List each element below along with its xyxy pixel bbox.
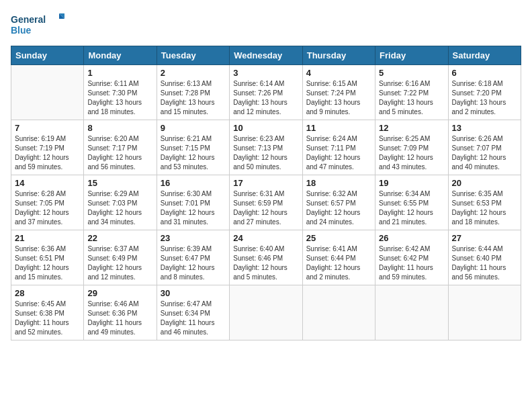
calendar-cell [448, 285, 521, 340]
day-info: Sunrise: 6:45 AMSunset: 6:38 PMDaylight:… [15, 300, 80, 337]
day-info: Sunrise: 6:13 AMSunset: 7:28 PMDaylight:… [161, 79, 226, 117]
calendar-cell: 7Sunrise: 6:19 AMSunset: 7:19 PMDaylight… [11, 120, 84, 175]
day-info: Sunrise: 6:37 AMSunset: 6:49 PMDaylight:… [87, 244, 152, 282]
calendar-cell: 18Sunrise: 6:32 AMSunset: 6:57 PMDayligh… [302, 175, 375, 230]
calendar-cell: 19Sunrise: 6:34 AMSunset: 6:55 PMDayligh… [375, 175, 448, 230]
calendar-week-row: 7Sunrise: 6:19 AMSunset: 7:19 PMDaylight… [11, 120, 521, 175]
column-header-friday: Friday [375, 46, 448, 65]
calendar-cell: 2Sunrise: 6:13 AMSunset: 7:28 PMDaylight… [157, 65, 229, 120]
calendar-cell: 1Sunrise: 6:11 AMSunset: 7:30 PMDaylight… [84, 65, 157, 120]
day-info: Sunrise: 6:44 AMSunset: 6:40 PMDaylight:… [452, 244, 517, 282]
day-info: Sunrise: 6:16 AMSunset: 7:22 PMDaylight:… [379, 79, 444, 117]
day-info: Sunrise: 6:29 AMSunset: 7:03 PMDaylight:… [87, 189, 152, 227]
day-info: Sunrise: 6:19 AMSunset: 7:19 PMDaylight:… [15, 134, 80, 172]
calendar-cell: 12Sunrise: 6:25 AMSunset: 7:09 PMDayligh… [375, 120, 448, 175]
day-info: Sunrise: 6:20 AMSunset: 7:17 PMDaylight:… [87, 134, 152, 172]
day-number: 3 [233, 68, 298, 78]
day-info: Sunrise: 6:34 AMSunset: 6:55 PMDaylight:… [379, 189, 444, 227]
calendar-cell: 14Sunrise: 6:28 AMSunset: 7:05 PMDayligh… [11, 175, 84, 230]
day-number: 15 [87, 178, 152, 188]
column-header-thursday: Thursday [302, 46, 375, 65]
day-number: 26 [379, 233, 444, 243]
svg-text:General: General [11, 14, 46, 25]
calendar-cell: 21Sunrise: 6:36 AMSunset: 6:51 PMDayligh… [11, 230, 84, 285]
calendar-cell: 15Sunrise: 6:29 AMSunset: 7:03 PMDayligh… [84, 175, 157, 230]
day-number: 29 [87, 288, 152, 298]
calendar-cell: 25Sunrise: 6:41 AMSunset: 6:44 PMDayligh… [302, 230, 375, 285]
calendar-cell [375, 285, 448, 340]
column-header-tuesday: Tuesday [157, 46, 229, 65]
day-number: 20 [452, 178, 517, 188]
day-info: Sunrise: 6:30 AMSunset: 7:01 PMDaylight:… [161, 189, 226, 227]
day-number: 5 [379, 68, 444, 78]
calendar-week-row: 21Sunrise: 6:36 AMSunset: 6:51 PMDayligh… [11, 230, 521, 285]
calendar-header-row: SundayMondayTuesdayWednesdayThursdayFrid… [11, 46, 521, 65]
day-number: 9 [161, 123, 226, 133]
calendar-week-row: 1Sunrise: 6:11 AMSunset: 7:30 PMDaylight… [11, 65, 521, 120]
day-number: 6 [452, 68, 517, 78]
logo-svg: General Blue [11, 11, 64, 38]
calendar-cell: 26Sunrise: 6:42 AMSunset: 6:42 PMDayligh… [375, 230, 448, 285]
calendar-cell: 27Sunrise: 6:44 AMSunset: 6:40 PMDayligh… [448, 230, 521, 285]
calendar-cell: 11Sunrise: 6:24 AMSunset: 7:11 PMDayligh… [302, 120, 375, 175]
calendar-cell: 24Sunrise: 6:40 AMSunset: 6:46 PMDayligh… [230, 230, 302, 285]
day-number: 2 [161, 68, 226, 78]
day-number: 16 [161, 178, 226, 188]
calendar-cell: 5Sunrise: 6:16 AMSunset: 7:22 PMDaylight… [375, 65, 448, 120]
day-number: 4 [306, 68, 371, 78]
calendar-cell: 6Sunrise: 6:18 AMSunset: 7:20 PMDaylight… [448, 65, 521, 120]
logo: General Blue [11, 11, 64, 38]
calendar-cell: 30Sunrise: 6:47 AMSunset: 6:34 PMDayligh… [157, 285, 229, 340]
calendar-cell: 10Sunrise: 6:23 AMSunset: 7:13 PMDayligh… [230, 120, 302, 175]
day-number: 18 [306, 178, 371, 188]
day-info: Sunrise: 6:36 AMSunset: 6:51 PMDaylight:… [15, 244, 80, 282]
day-info: Sunrise: 6:21 AMSunset: 7:15 PMDaylight:… [161, 134, 226, 172]
day-number: 17 [233, 178, 298, 188]
day-info: Sunrise: 6:14 AMSunset: 7:26 PMDaylight:… [233, 79, 298, 117]
day-info: Sunrise: 6:24 AMSunset: 7:11 PMDaylight:… [306, 134, 371, 172]
calendar-cell: 22Sunrise: 6:37 AMSunset: 6:49 PMDayligh… [84, 230, 157, 285]
calendar-cell: 4Sunrise: 6:15 AMSunset: 7:24 PMDaylight… [302, 65, 375, 120]
calendar-cell [230, 285, 302, 340]
day-info: Sunrise: 6:25 AMSunset: 7:09 PMDaylight:… [379, 134, 444, 172]
day-info: Sunrise: 6:42 AMSunset: 6:42 PMDaylight:… [379, 244, 444, 282]
day-info: Sunrise: 6:31 AMSunset: 6:59 PMDaylight:… [233, 189, 298, 227]
calendar-week-row: 28Sunrise: 6:45 AMSunset: 6:38 PMDayligh… [11, 285, 521, 340]
day-number: 1 [87, 68, 152, 78]
day-number: 30 [161, 288, 226, 298]
calendar-cell: 29Sunrise: 6:46 AMSunset: 6:36 PMDayligh… [84, 285, 157, 340]
calendar-cell [302, 285, 375, 340]
day-number: 8 [87, 123, 152, 133]
day-info: Sunrise: 6:18 AMSunset: 7:20 PMDaylight:… [452, 79, 517, 117]
day-number: 10 [233, 123, 298, 133]
column-header-wednesday: Wednesday [230, 46, 302, 65]
column-header-monday: Monday [84, 46, 157, 65]
day-info: Sunrise: 6:26 AMSunset: 7:07 PMDaylight:… [452, 134, 517, 172]
day-info: Sunrise: 6:32 AMSunset: 6:57 PMDaylight:… [306, 189, 371, 227]
column-header-sunday: Sunday [11, 46, 84, 65]
calendar-cell: 23Sunrise: 6:39 AMSunset: 6:47 PMDayligh… [157, 230, 229, 285]
day-info: Sunrise: 6:47 AMSunset: 6:34 PMDaylight:… [161, 300, 226, 337]
day-info: Sunrise: 6:28 AMSunset: 7:05 PMDaylight:… [15, 189, 80, 227]
day-number: 21 [15, 233, 80, 243]
day-info: Sunrise: 6:46 AMSunset: 6:36 PMDaylight:… [87, 300, 152, 337]
calendar-cell: 17Sunrise: 6:31 AMSunset: 6:59 PMDayligh… [230, 175, 302, 230]
day-number: 23 [161, 233, 226, 243]
day-number: 7 [15, 123, 80, 133]
day-number: 22 [87, 233, 152, 243]
day-number: 27 [452, 233, 517, 243]
page-header: General Blue [11, 11, 521, 38]
calendar-cell: 8Sunrise: 6:20 AMSunset: 7:17 PMDaylight… [84, 120, 157, 175]
column-header-saturday: Saturday [448, 46, 521, 65]
calendar-cell: 3Sunrise: 6:14 AMSunset: 7:26 PMDaylight… [230, 65, 302, 120]
day-number: 12 [379, 123, 444, 133]
day-number: 19 [379, 178, 444, 188]
day-info: Sunrise: 6:11 AMSunset: 7:30 PMDaylight:… [87, 79, 152, 117]
day-number: 13 [452, 123, 517, 133]
svg-text:Blue: Blue [11, 25, 32, 36]
day-number: 25 [306, 233, 371, 243]
day-number: 14 [15, 178, 80, 188]
calendar-cell: 20Sunrise: 6:35 AMSunset: 6:53 PMDayligh… [448, 175, 521, 230]
day-number: 28 [15, 288, 80, 298]
calendar-cell [11, 65, 84, 120]
